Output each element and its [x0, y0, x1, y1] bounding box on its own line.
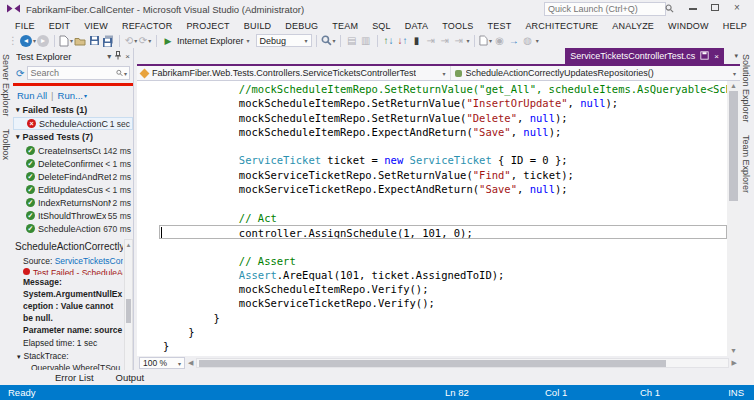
code-line[interactable]: mockServiceTicketRepo.Verify(); [137, 296, 727, 310]
refresh-status-button[interactable]: ↓↑ [396, 34, 410, 48]
code-line[interactable] [137, 196, 727, 210]
preview-document-tab[interactable]: ServiceTicketsControllerTest.cs × [565, 48, 724, 64]
code-text-area[interactable]: //mockScheduleItemRepo.SetReturnValue("g… [137, 81, 727, 356]
menu-item-team[interactable]: TEAM [325, 21, 365, 31]
forward-link-button[interactable]: → [507, 34, 521, 48]
step-out-button[interactable]: ⇥ [452, 34, 466, 48]
tab-server-explorer[interactable]: Server Explorer [0, 48, 12, 123]
method-dropdown[interactable]: ScheduleActionCorrectlyUpdatesRepositori… [451, 66, 740, 80]
minimize-button[interactable] [684, 2, 702, 15]
menu-item-test[interactable]: TEST [481, 21, 519, 31]
run-menu-link[interactable]: Run... [58, 90, 83, 101]
comment-button[interactable]: ◉ [493, 34, 507, 48]
tab-solution-explorer[interactable]: Solution Explorer [740, 48, 752, 129]
toolbar-overflow-icon[interactable]: ▾ [467, 37, 470, 44]
test-list-item[interactable]: ✓CreateInsertsCusto...142 ms [13, 144, 133, 157]
run-tests-after-build-icon[interactable]: ⟳ [16, 68, 24, 79]
code-line[interactable]: //mockScheduleItemRepo.SetReturnValue("g… [137, 82, 727, 96]
menu-item-refactor[interactable]: REFACTOR [115, 21, 179, 31]
menu-item-data[interactable]: DATA [398, 21, 435, 31]
tab-team-explorer[interactable]: Team Explorer [740, 129, 752, 199]
redo-button[interactable]: ⟳▾ [138, 34, 152, 48]
code-line[interactable]: ServiceTicket ticket = new ServiceTicket… [137, 153, 727, 167]
horizontal-scrollbar[interactable] [196, 358, 728, 368]
detail-scrollbar-thumb[interactable] [126, 299, 131, 323]
menu-item-tools[interactable]: TOOLS [435, 21, 480, 31]
menu-item-analyze[interactable]: ANALYZE [605, 21, 661, 31]
code-line[interactable]: } [137, 339, 727, 353]
solution-configuration-combo[interactable]: Debug ▾ [256, 34, 312, 47]
find-in-files-button[interactable]: ▾ [321, 34, 336, 48]
menu-item-view[interactable]: VIEW [77, 21, 115, 31]
code-line[interactable]: mockScheduleItemRepo.ExpectAndReturn("Sa… [137, 125, 727, 139]
code-line[interactable]: mockServiceTicketRepo.ExpectAndReturn("S… [137, 182, 727, 196]
undo-button[interactable]: ⟲▾ [124, 34, 138, 48]
code-line[interactable]: mockScheduleItemRepo.SetReturnValue("Ins… [137, 96, 727, 110]
menu-item-sql[interactable]: SQL [365, 21, 398, 31]
failed-tests-group[interactable]: ▾Failed Tests (1) [13, 103, 133, 117]
navigate-backward-button[interactable]: ◂▾ [20, 34, 36, 48]
code-line[interactable]: controller.AssignSchedule(1, 101, 0); [159, 225, 727, 239]
code-line[interactable] [137, 239, 727, 253]
test-list-item[interactable]: ✓ItShouldThrowExce...55 ms [13, 209, 133, 222]
quick-launch-input[interactable] [548, 4, 665, 14]
vertical-scrollbar[interactable]: ▲ ▼ [727, 81, 740, 356]
menu-item-build[interactable]: BUILD [237, 21, 279, 31]
pin-icon[interactable] [114, 51, 122, 62]
close-button[interactable]: × [728, 2, 746, 15]
tab-list-dropdown-icon[interactable]: ▾ [734, 52, 738, 60]
source-link[interactable]: ServiceTicketsControll [55, 256, 123, 266]
browser-target-label[interactable]: Internet Explorer [177, 36, 244, 46]
test-list-item[interactable]: ✓IndexReturnsNonNul...2 ms [13, 196, 133, 209]
save-all-button[interactable] [101, 34, 115, 48]
properties-window-button[interactable]: ▥ [359, 34, 373, 48]
open-file-button[interactable] [73, 34, 87, 48]
new-work-item-button[interactable]: ▾ [479, 34, 493, 48]
navigate-forward-button[interactable]: ▸ [36, 34, 50, 48]
code-line[interactable]: } [137, 325, 727, 339]
scroll-right-icon[interactable]: ▶ [729, 359, 740, 367]
toolbar-overflow2-icon[interactable]: ▾ [536, 37, 539, 44]
editor-zoom-combo[interactable]: 100 % ▾ [139, 357, 185, 369]
code-line[interactable]: mockScheduleItemRepo.Verify(); [137, 282, 727, 296]
menu-item-window[interactable]: WINDOW [661, 21, 716, 31]
new-file-button[interactable]: ▾ [59, 34, 73, 48]
test-list-item[interactable]: ×ScheduleActionCorre...1 sec [13, 117, 133, 130]
bottom-tab-error-list[interactable]: Error List [55, 372, 94, 383]
menu-item-architecture[interactable]: ARCHITECTURE [518, 21, 605, 31]
bookmark-button[interactable]: ▮ [410, 34, 424, 48]
save-icon[interactable] [700, 51, 709, 62]
stacktrace-group[interactable]: ▾StackTrace: [15, 351, 123, 361]
step-into-button[interactable]: ⇥ [424, 34, 438, 48]
bottom-tab-output[interactable]: Output [116, 372, 145, 383]
feedback-button[interactable]: ◍ [521, 34, 535, 48]
check-in-button[interactable]: ↑↓ [382, 34, 396, 48]
detail-scrollbar[interactable]: ▲ ▼ [124, 239, 133, 370]
code-line[interactable]: mockServiceTicketRepo.SetReturnValue("Fi… [137, 168, 727, 182]
passed-tests-group[interactable]: ▾Passed Tests (7) [13, 130, 133, 144]
window-position-icon[interactable]: ▾ [107, 52, 111, 61]
menu-item-debug[interactable]: DEBUG [278, 21, 325, 31]
browser-target-dropdown-icon[interactable]: ▾ [247, 37, 250, 44]
vertical-scrollbar-thumb[interactable] [729, 91, 738, 201]
test-list-item[interactable]: ✓ScheduleActionRet...670 ms [13, 222, 133, 235]
code-line[interactable]: // Assert [137, 254, 727, 268]
close-panel-icon[interactable]: × [125, 52, 130, 61]
run-all-link[interactable]: Run All [17, 90, 47, 101]
step-over-button[interactable]: ⇥ [438, 34, 452, 48]
class-dropdown[interactable]: FabrikamFiber.Web.Tests.Controllers.Serv… [137, 66, 451, 80]
code-line[interactable]: mockScheduleItemRepo.SetReturnValue("Del… [137, 111, 727, 125]
tab-toolbox[interactable]: Toolbox [0, 123, 12, 166]
menu-item-edit[interactable]: EDIT [42, 21, 77, 31]
test-list-item[interactable]: ✓EditUpdatesCusto...< 1 ms [13, 183, 133, 196]
menu-item-file[interactable]: FILE [8, 21, 42, 31]
test-search-input[interactable] [30, 68, 116, 78]
test-search-box[interactable]: ▾ [27, 66, 130, 80]
menu-item-project[interactable]: PROJECT [179, 21, 236, 31]
code-line[interactable]: } [137, 311, 727, 325]
restore-button[interactable] [706, 2, 724, 15]
solution-explorer-sync-button[interactable]: ▤ [345, 34, 359, 48]
save-button[interactable] [87, 34, 101, 48]
close-tab-icon[interactable]: × [714, 52, 719, 61]
test-list-item[interactable]: ✓DeleteFindAndRetur...2 ms [13, 170, 133, 183]
